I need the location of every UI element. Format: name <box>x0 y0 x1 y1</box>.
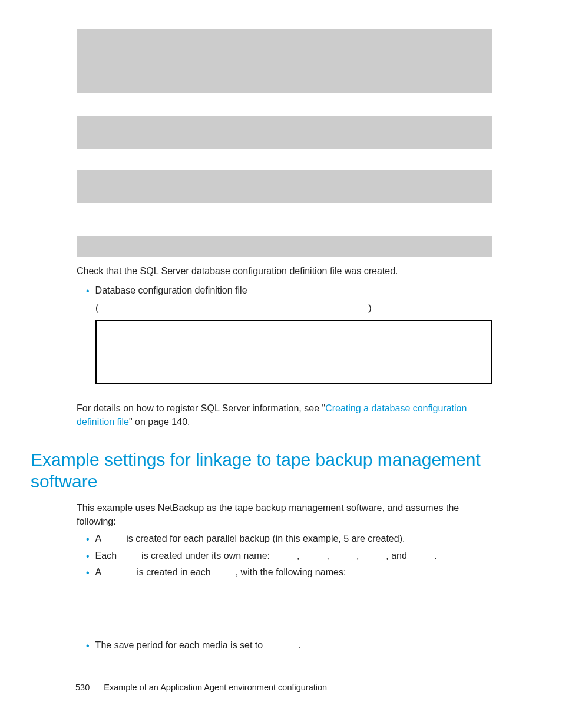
footer-title: Example of an Application Agent environm… <box>104 683 327 692</box>
assumptions-list: • Ais created for each parallel backup (… <box>77 532 492 653</box>
close-paren: ) <box>368 301 371 315</box>
text-fragment: . <box>298 640 300 650</box>
list-item: • The save period for each media is set … <box>86 638 492 653</box>
text-fragment: , and <box>386 551 407 561</box>
paren-line: ( ) <box>95 301 492 315</box>
section-body: This example uses NetBackup as the tape … <box>77 501 492 653</box>
list-item: • Ais created in each, with the followin… <box>86 565 492 579</box>
bullet-icon: • <box>86 549 90 563</box>
text-fragment: is created under its own name: <box>141 551 270 561</box>
bullet-content: Ais created in each, with the following … <box>95 565 492 579</box>
code-block-2 <box>77 116 492 149</box>
document-page: Check that the SQL Server database confi… <box>0 0 562 676</box>
intro-text: This example uses NetBackup as the tape … <box>77 501 492 528</box>
bullet-content: Ais created for each parallel backup (in… <box>95 532 492 545</box>
text-fragment: Each <box>95 551 117 561</box>
open-paren: ( <box>95 301 98 315</box>
content-indent: Check that the SQL Server database confi… <box>77 29 492 429</box>
check-text: Check that the SQL Server database confi… <box>77 264 492 278</box>
text-fragment: is created for each parallel backup (in … <box>126 533 405 543</box>
page-number: 530 <box>75 683 90 692</box>
bullet-icon: • <box>86 566 90 579</box>
list-item: • Database configuration definition file <box>86 284 492 298</box>
details-prefix: For details on how to register SQL Serve… <box>77 403 325 413</box>
code-block-4 <box>77 236 492 257</box>
text-fragment: , with the following names: <box>236 567 346 577</box>
bullet-icon: • <box>86 532 90 546</box>
details-suffix: " on page 140. <box>129 417 190 427</box>
section-heading: Example settings for linkage to tape bac… <box>31 449 492 493</box>
bullet-content: The save period for each media is set to… <box>95 638 492 652</box>
bullet-icon: • <box>86 639 90 653</box>
code-block-3 <box>77 170 492 203</box>
text-fragment: . <box>434 551 437 561</box>
text-fragment: The save period for each media is set to <box>95 640 263 650</box>
config-file-box <box>95 320 492 384</box>
page-footer: 530 Example of an Application Agent envi… <box>75 681 327 694</box>
text-fragment: , <box>356 551 359 561</box>
text-fragment: A <box>95 533 102 543</box>
names-spacer <box>77 579 492 636</box>
list-item: • Eachis created under its own name:,,,,… <box>86 549 492 563</box>
bullet-text: Database configuration definition file <box>95 285 247 295</box>
text-fragment: is created in each <box>137 567 210 577</box>
details-paragraph: For details on how to register SQL Serve… <box>77 401 492 429</box>
text-fragment: A <box>95 567 102 577</box>
bullet-content: Eachis created under its own name:,,,, a… <box>95 549 492 562</box>
code-block-1 <box>77 29 492 93</box>
text-fragment: , <box>297 551 299 561</box>
bullet-icon: • <box>86 284 90 298</box>
list-item: • Ais created for each parallel backup (… <box>86 532 492 546</box>
text-fragment: , <box>326 551 329 561</box>
